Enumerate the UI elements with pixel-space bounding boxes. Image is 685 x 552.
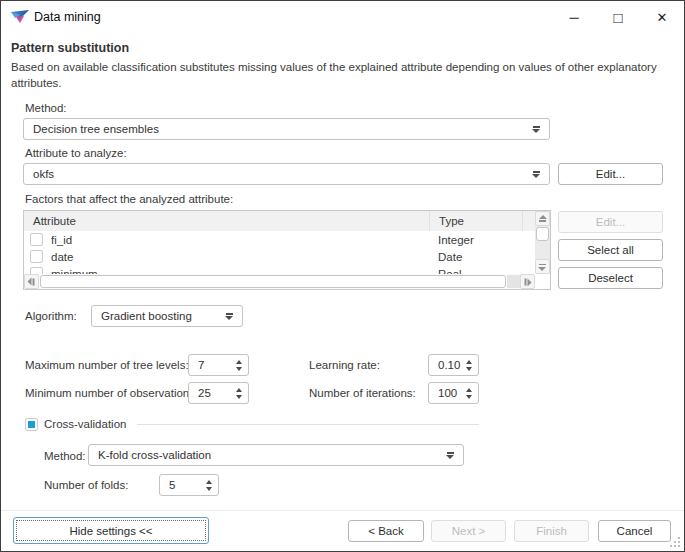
cv-method-select[interactable]: K-fold cross-validation: [88, 444, 464, 466]
min-observations-stepper[interactable]: 25: [188, 382, 249, 404]
folds-value: 5: [169, 479, 206, 491]
max-tree-levels-stepper[interactable]: 7: [188, 354, 249, 376]
cv-method-label: Method:: [44, 450, 86, 462]
stepper-arrows-icon[interactable]: [466, 360, 472, 371]
folds-stepper[interactable]: 5: [159, 474, 219, 496]
minimize-button[interactable]: ─: [552, 1, 596, 34]
resize-grip[interactable]: [678, 545, 680, 547]
scroll-right-button[interactable]: [520, 274, 535, 289]
page-description: Based on available classification substi…: [11, 59, 659, 91]
column-header-type[interactable]: Type: [429, 211, 522, 231]
hide-settings-button[interactable]: Hide settings <<: [13, 517, 209, 544]
method-label: Method:: [25, 102, 67, 114]
cross-validation-label: Cross-validation: [44, 418, 126, 430]
row-attribute: date: [51, 251, 429, 263]
factors-label: Factors that affect the analyzed attribu…: [25, 193, 233, 205]
arrow-right-icon: [524, 277, 532, 286]
arrow-down-icon: [538, 263, 547, 271]
table-row[interactable]: date Date: [24, 248, 535, 265]
arrow-left-icon: [28, 277, 36, 286]
factors-table-header: Attribute Type: [24, 211, 535, 231]
maximize-icon: □: [613, 9, 622, 26]
chevron-down-icon: [532, 125, 541, 133]
chevron-down-icon: [225, 312, 234, 320]
stepper-arrows-icon[interactable]: [206, 480, 212, 491]
learning-rate-label: Learning rate:: [309, 359, 380, 371]
window-title: Data mining: [34, 10, 101, 24]
row-checkbox[interactable]: [30, 233, 43, 246]
iterations-value: 100: [438, 387, 466, 399]
footer-separator: [1, 510, 684, 511]
table-row[interactable]: fi_id Integer: [24, 231, 535, 248]
max-tree-levels-value: 7: [198, 359, 236, 371]
page-title: Pattern substitution: [11, 41, 129, 55]
vertical-scrollbar-thumb[interactable]: [536, 227, 549, 241]
column-header-spacer: [522, 211, 535, 231]
next-button[interactable]: Next >: [431, 520, 506, 542]
group-separator: [137, 424, 479, 425]
edit-factor-button[interactable]: Edit...: [558, 211, 663, 233]
table-row[interactable]: minimum Real: [24, 265, 535, 274]
cancel-button[interactable]: Cancel: [598, 520, 671, 542]
window-controls: ─ □ ✕: [552, 1, 684, 34]
arrow-up-icon: [538, 215, 547, 223]
horizontal-scrollbar-thumb[interactable]: [40, 275, 506, 288]
attribute-label: Attribute to analyze:: [25, 147, 127, 159]
column-header-attribute[interactable]: Attribute: [24, 215, 429, 227]
iterations-stepper[interactable]: 100: [428, 382, 479, 404]
scroll-up-button[interactable]: [535, 211, 550, 226]
minimize-icon: ─: [569, 10, 578, 25]
row-checkbox[interactable]: [30, 250, 43, 263]
factors-table-body: fi_id Integer date Date minimum Real: [24, 231, 535, 274]
attribute-select-value: okfs: [33, 168, 532, 180]
edit-attribute-button[interactable]: Edit...: [558, 163, 663, 185]
learning-rate-stepper[interactable]: 0.10: [428, 354, 479, 376]
max-tree-levels-label: Maximum number of tree levels:: [25, 359, 189, 371]
factors-table: Attribute Type fi_id Integer date Date m…: [23, 210, 551, 290]
horizontal-scrollbar[interactable]: [24, 274, 535, 289]
min-observations-label: Minimum number of observations:: [25, 387, 198, 399]
method-select-value: Decision tree ensembles: [33, 123, 532, 135]
app-logo-icon: [11, 10, 29, 28]
scroll-left-button[interactable]: [24, 274, 39, 289]
row-type: Date: [429, 251, 535, 263]
min-observations-value: 25: [198, 387, 236, 399]
learning-rate-value: 0.10: [438, 359, 466, 371]
close-button[interactable]: ✕: [640, 1, 684, 34]
algorithm-select-value: Gradient boosting: [101, 310, 225, 322]
algorithm-label: Algorithm:: [25, 310, 77, 322]
data-mining-dialog: Data mining ─ □ ✕ Pattern substitution B…: [0, 0, 685, 552]
folds-label: Number of folds:: [44, 479, 128, 491]
chevron-down-icon: [532, 170, 541, 178]
stepper-arrows-icon[interactable]: [466, 388, 472, 399]
scroll-down-button[interactable]: [535, 259, 550, 274]
row-type: Integer: [429, 234, 535, 246]
chevron-down-icon: [446, 451, 455, 459]
row-attribute: fi_id: [51, 234, 429, 246]
stepper-arrows-icon[interactable]: [236, 360, 242, 371]
iterations-label: Number of iterations:: [309, 387, 416, 399]
close-icon: ✕: [657, 10, 668, 25]
maximize-button[interactable]: □: [596, 1, 640, 34]
finish-button[interactable]: Finish: [514, 520, 589, 542]
focus-outline: [16, 520, 206, 541]
method-select[interactable]: Decision tree ensembles: [23, 118, 550, 140]
titlebar[interactable]: Data mining ─ □ ✕: [1, 1, 684, 34]
attribute-select[interactable]: okfs: [23, 163, 550, 185]
back-button[interactable]: < Back: [348, 520, 424, 542]
algorithm-select[interactable]: Gradient boosting: [91, 305, 243, 327]
stepper-arrows-icon[interactable]: [236, 388, 242, 399]
row-checkbox[interactable]: [30, 267, 43, 274]
deselect-button[interactable]: Deselect: [558, 267, 663, 289]
cv-method-select-value: K-fold cross-validation: [98, 449, 446, 461]
cross-validation-checkbox[interactable]: [25, 418, 38, 431]
horizontal-scrollbar-track[interactable]: [507, 275, 520, 288]
select-all-button[interactable]: Select all: [558, 239, 663, 261]
vertical-scrollbar[interactable]: [535, 211, 550, 274]
